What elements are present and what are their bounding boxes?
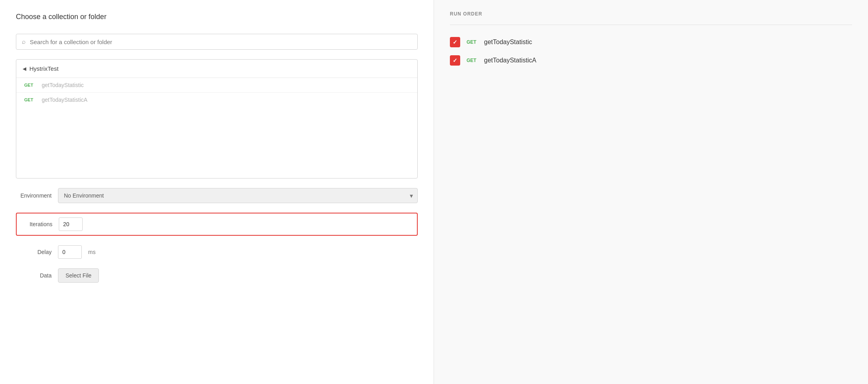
iterations-row: Iterations [16,213,418,236]
environment-row: Environment No Environment [16,188,418,203]
run-item: GET getTodayStatistic [450,33,852,51]
environment-label: Environment [16,192,52,199]
run-item-name: getTodayStatistic [484,39,532,46]
list-item[interactable]: GET getTodayStatisticA [16,93,417,107]
run-item-checkbox[interactable] [450,37,460,47]
iterations-label: Iterations [23,221,52,227]
page-title: Choose a collection or folder [16,13,418,21]
run-order-title: RUN ORDER [450,11,852,17]
request-name: getTodayStatistic [42,82,84,88]
select-file-button[interactable]: Select File [58,268,99,283]
delay-unit: ms [88,249,96,255]
search-input[interactable] [30,39,412,45]
run-item-name: getTodayStatisticA [484,57,536,64]
collection-tree: ◀ HystrixTest GET getTodayStatistic GET … [16,59,418,178]
environment-select[interactable]: No Environment [58,188,418,203]
delay-row: Delay ms [16,245,418,259]
collection-name: HystrixTest [29,65,58,72]
iterations-input[interactable] [59,217,83,231]
search-icon: ⌕ [22,38,26,45]
run-item: GET getTodayStatisticA [450,51,852,70]
collapse-arrow-icon: ◀ [23,66,26,72]
list-item[interactable]: GET getTodayStatistic [16,78,417,93]
left-panel: Choose a collection or folder ⌕ ◀ Hystri… [0,0,434,384]
delay-label: Delay [16,249,52,255]
environment-select-wrapper: No Environment [58,188,418,203]
run-item-method: GET [467,39,478,45]
request-name: getTodayStatisticA [42,97,87,103]
run-item-method: GET [467,58,478,63]
data-label: Data [16,272,52,279]
right-panel: RUN ORDER GET getTodayStatistic GET getT… [434,0,868,384]
collection-header[interactable]: ◀ HystrixTest [16,60,417,78]
divider [450,25,852,25]
delay-input[interactable] [58,245,82,259]
method-badge: GET [24,83,36,87]
search-box: ⌕ [16,34,418,50]
data-row: Data Select File [16,268,418,283]
method-badge: GET [24,97,36,102]
run-item-checkbox[interactable] [450,55,460,66]
